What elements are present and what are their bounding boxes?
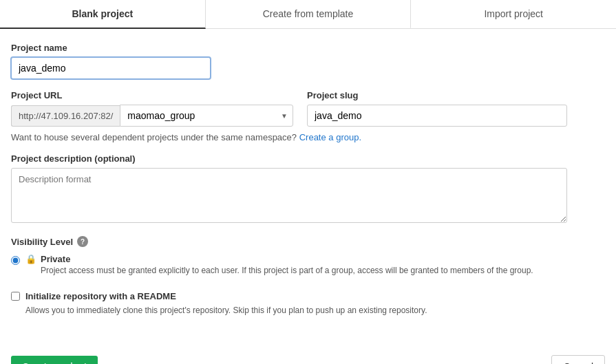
visibility-help-icon[interactable]: ? bbox=[77, 236, 88, 247]
url-row: http://47.109.16.207:82/ maomao_group ▼ bbox=[11, 105, 293, 127]
init-section: Initialize repository with a README Allo… bbox=[11, 290, 567, 317]
private-option: 🔒 Private Project access must be granted… bbox=[11, 254, 567, 277]
private-label[interactable]: 🔒 Private bbox=[25, 254, 533, 264]
tab-template[interactable]: Create from template bbox=[206, 0, 412, 29]
private-desc: Project access must be granted explicitl… bbox=[41, 264, 533, 277]
project-name-input[interactable] bbox=[11, 57, 211, 79]
init-option: Initialize repository with a README Allo… bbox=[11, 290, 567, 317]
visibility-section: Visibility Level ? 🔒 Private Project acc… bbox=[11, 236, 567, 277]
lock-icon: 🔒 bbox=[25, 254, 36, 264]
project-slug-label: Project slug bbox=[307, 90, 567, 100]
description-group: Project description (optional) bbox=[11, 153, 567, 225]
cancel-button[interactable]: Cancel bbox=[551, 355, 605, 364]
namespace-select[interactable]: maomao_group bbox=[120, 105, 293, 127]
private-radio[interactable] bbox=[11, 256, 20, 265]
namespace-wrapper: maomao_group ▼ bbox=[120, 105, 293, 127]
project-url-label: Project URL bbox=[11, 90, 293, 100]
init-readme-desc: Allows you to immediately clone this pro… bbox=[25, 304, 427, 317]
url-slug-row: http://47.109.16.207:82/ maomao_group ▼ bbox=[11, 105, 567, 127]
project-slug-input[interactable] bbox=[307, 105, 567, 127]
namespace-hint: Want to house several dependent projects… bbox=[11, 132, 567, 142]
url-slug-labels: Project URL Project slug bbox=[11, 90, 567, 105]
url-prefix: http://47.109.16.207:82/ bbox=[11, 105, 120, 127]
init-readme-label[interactable]: Initialize repository with a README bbox=[25, 291, 176, 301]
tab-blank[interactable]: Blank project bbox=[0, 0, 206, 29]
project-name-label: Project name bbox=[11, 43, 567, 53]
visibility-title: Visibility Level ? bbox=[11, 236, 567, 247]
description-label: Project description (optional) bbox=[11, 153, 567, 164]
create-group-link[interactable]: Create a group. bbox=[299, 132, 361, 142]
form-content: Project name Project URL Project slug ht… bbox=[0, 29, 578, 347]
description-textarea[interactable] bbox=[11, 168, 567, 223]
init-readme-checkbox[interactable] bbox=[11, 292, 20, 301]
tab-bar: Blank project Create from template Impor… bbox=[0, 0, 616, 29]
project-name-group: Project name bbox=[11, 43, 567, 79]
slug-group bbox=[307, 105, 567, 127]
footer-actions: Create project Cancel bbox=[0, 347, 616, 364]
tab-import[interactable]: Import project bbox=[411, 0, 616, 29]
create-project-button[interactable]: Create project bbox=[11, 356, 98, 364]
